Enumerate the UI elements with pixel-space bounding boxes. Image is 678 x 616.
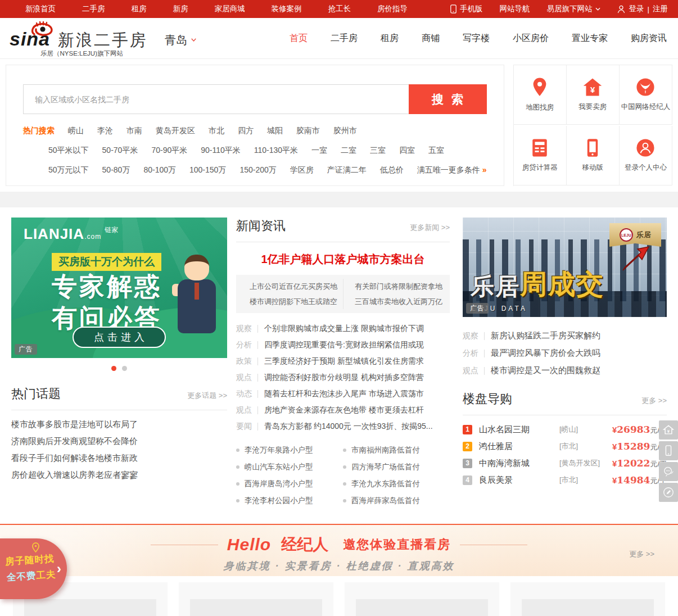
- topic-item[interactable]: 楼市故事多股市是洼地可以布局了: [11, 416, 227, 433]
- news-link[interactable]: 四季度调控现重要信号:宽财政担纲紧信用或现: [264, 340, 424, 350]
- tile-mortgage-calculator[interactable]: 房贷计算器: [514, 126, 567, 185]
- hot-search-tag[interactable]: 市北: [209, 126, 224, 136]
- login-link[interactable]: 登录: [629, 4, 644, 14]
- listing-shortcut-link[interactable]: 李沧李村公园小户型: [236, 492, 343, 507]
- sub-headline-item[interactable]: 有关部门或将限制配资拿地: [343, 279, 450, 294]
- main-nav-item[interactable]: 小区房价: [513, 33, 549, 44]
- news-item[interactable]: 分析 四季度调控现重要信号:宽财政担纲紧信用或现: [236, 337, 450, 353]
- news-item[interactable]: 要闻 青岛东方影都 约14000元 一次性93折、按揭95...: [236, 418, 450, 434]
- map-search-float-badge[interactable]: 房子随时找 全不费工夫 ›: [0, 538, 67, 599]
- mobile-rail-button[interactable]: [659, 441, 678, 460]
- topic-item[interactable]: 房价超收入增速以房养老应者寥寥: [11, 466, 227, 483]
- price-filter-tag[interactable]: 产证满二年: [327, 165, 367, 175]
- hot-search-tag[interactable]: 黄岛开发区: [156, 126, 195, 136]
- area-filter-tag[interactable]: 三室: [370, 146, 386, 156]
- listing-name[interactable]: 良辰美景: [479, 475, 559, 486]
- listing-name[interactable]: 鸿仕雅居: [479, 441, 559, 452]
- listing-shortcut-link[interactable]: 崂山汽车东站小户型: [236, 459, 343, 475]
- news-link[interactable]: 房地产资金来源存在灰色地带 楼市更须去杠杆: [264, 405, 424, 415]
- area-filter-tag[interactable]: 四室: [399, 146, 415, 156]
- more-filters-link[interactable]: 更多条件»: [449, 165, 487, 175]
- news-item[interactable]: 观点 楼市调控是又一次的围魏救赵: [463, 362, 667, 379]
- top-link[interactable]: 装修案例: [272, 4, 302, 14]
- price-filter-tag[interactable]: 低总价: [380, 165, 404, 175]
- lianjia-ad-banner[interactable]: LIANJIA.com 链家 买房版十万个为什么 专家解惑 有问必答 点击进入 …: [11, 218, 227, 358]
- leju-data-ad-banner[interactable]: LEJU 乐居 乐居 周成交 LEJU DATA 广告: [463, 218, 667, 317]
- sub-headline-item[interactable]: 楼市调控阴影下地王或踏空: [236, 294, 343, 309]
- family-sites-dropdown[interactable]: 易居旗下网站: [546, 4, 600, 14]
- area-filter-tag[interactable]: 110-130平米: [254, 146, 298, 156]
- city-selector[interactable]: 青岛: [165, 33, 196, 48]
- more-news-link[interactable]: 更多新闻 >>: [410, 223, 450, 233]
- search-input[interactable]: [23, 84, 409, 114]
- main-nav-item[interactable]: 二手房: [331, 33, 358, 44]
- sub-headline-item[interactable]: 上市公司近百亿元买房买地: [236, 279, 343, 294]
- mobile-version-link[interactable]: 手机版: [450, 4, 483, 14]
- top-link[interactable]: 新房: [173, 4, 188, 14]
- tile-sell-house[interactable]: ¥ 我要卖房: [567, 65, 620, 125]
- news-item[interactable]: 动态 随着去杠杆和去泡沫步入尾声 市场进入震荡市: [236, 386, 450, 402]
- news-link[interactable]: 随着去杠杆和去泡沫步入尾声 市场进入震荡市: [264, 389, 424, 399]
- topic-item[interactable]: 看段子手们如何解读各地楼市新政: [11, 450, 227, 466]
- listing-shortcut-link[interactable]: 李沧九水东路低首付: [343, 475, 450, 492]
- search-button[interactable]: 搜索: [409, 84, 487, 114]
- main-nav-item[interactable]: 首页: [290, 33, 308, 44]
- news-item[interactable]: 观点 调控能否利好股市分歧明显 机构对插多空阵营: [236, 369, 450, 386]
- top-link[interactable]: 房价指导: [377, 4, 408, 14]
- top-link[interactable]: 新浪首页: [25, 4, 56, 14]
- area-filter-tag[interactable]: 50平米以下: [48, 146, 89, 156]
- listing-shortcut-link[interactable]: 四方海琴广场低首付: [343, 459, 450, 475]
- top-link[interactable]: 抢工长: [328, 4, 351, 14]
- price-filter-tag[interactable]: 80-100万: [143, 165, 176, 175]
- news-link[interactable]: 调控能否利好股市分歧明显 机构对插多空阵营: [264, 373, 424, 383]
- feedback-rail-button[interactable]: [659, 483, 678, 502]
- placeholder-card[interactable]: [510, 582, 665, 616]
- placeholder-card[interactable]: [345, 582, 499, 616]
- listing-shortcut-link[interactable]: 西海岸唐岛湾小户型: [236, 475, 343, 492]
- promo-banner[interactable]: Hello经纪人 邀您体验直播看房 身临其境 · 实景看房 · 杜绝虚假 · 直…: [0, 524, 678, 576]
- price-filter-tag[interactable]: 50万元以下: [48, 165, 89, 175]
- top-link[interactable]: 租房: [132, 4, 147, 14]
- more-topics-link[interactable]: 更多话题 >>: [187, 391, 227, 401]
- main-nav-item[interactable]: 置业专家: [572, 33, 608, 44]
- main-nav-item[interactable]: 写字楼: [463, 33, 490, 44]
- listing-shortcut-link[interactable]: 李沧万年泉路小户型: [236, 442, 343, 459]
- site-logo[interactable]: sina 新浪二手房 乐居（NYSE:LEJU)旗下网站: [10, 25, 148, 52]
- news-item[interactable]: 分析 最严调控风暴下房价会大跌吗: [463, 345, 667, 362]
- site-nav-link[interactable]: 网站导航: [499, 4, 530, 14]
- main-nav-item[interactable]: 商铺: [422, 33, 440, 44]
- price-filter-tag[interactable]: 50-80万: [102, 165, 130, 175]
- news-item[interactable]: 观察 个别非限购城市成交量上涨 限购城市报价下调: [236, 320, 450, 337]
- chat-rail-button[interactable]: [659, 462, 678, 481]
- top-link[interactable]: 家居商城: [215, 4, 245, 14]
- news-item[interactable]: 政策 三季度经济好于预期 新型城镇化引发住房需求: [236, 353, 450, 369]
- more-listings-link[interactable]: 更多 >>: [641, 396, 667, 406]
- sell-house-rail-button[interactable]: ¥: [659, 420, 678, 440]
- price-filter-tag[interactable]: 满五唯一: [417, 165, 449, 175]
- hot-search-tag[interactable]: 四方: [238, 126, 254, 136]
- listing-shortcut-link[interactable]: 市南福州南路低首付: [343, 442, 450, 459]
- sub-headline-item[interactable]: 三百城市卖地收入近两万亿: [343, 294, 450, 309]
- hot-search-tag[interactable]: 胶南市: [296, 126, 320, 136]
- news-link[interactable]: 最严调控风暴下房价会大跌吗: [491, 348, 600, 359]
- price-filter-tag[interactable]: 150-200万: [239, 165, 276, 175]
- banner-more-link[interactable]: 更多 >>: [629, 549, 654, 559]
- area-filter-tag[interactable]: 五室: [428, 146, 444, 156]
- price-filter-tag[interactable]: 100-150万: [189, 165, 226, 175]
- news-link[interactable]: 新房认购猛跌二手房买家解约: [491, 330, 600, 341]
- main-nav-item[interactable]: 购房资讯: [631, 33, 667, 44]
- hot-search-tag[interactable]: 市南: [126, 126, 142, 136]
- carousel-dot-active[interactable]: [111, 366, 116, 371]
- listing-name[interactable]: 山水名园三期: [479, 424, 559, 435]
- news-link[interactable]: 三季度经济好于预期 新型城镇化引发住房需求: [264, 356, 424, 366]
- price-filter-tag[interactable]: 学区房: [290, 165, 314, 175]
- register-link[interactable]: 注册: [653, 4, 668, 14]
- news-headline[interactable]: 1亿非户籍人口落户城市方案出台: [236, 252, 450, 267]
- hot-search-tag[interactable]: 城阳: [267, 126, 283, 136]
- top-link[interactable]: 二手房: [82, 4, 105, 14]
- listing-shortcut-link[interactable]: 西海岸薛家岛低首付: [343, 492, 450, 507]
- placeholder-card[interactable]: [179, 582, 333, 616]
- news-link[interactable]: 楼市调控是又一次的围魏救赵: [491, 365, 600, 376]
- tile-login-center[interactable]: 登录个人中心: [620, 126, 672, 185]
- topic-item[interactable]: 济南限购后开发商观望称不会降价: [11, 433, 227, 450]
